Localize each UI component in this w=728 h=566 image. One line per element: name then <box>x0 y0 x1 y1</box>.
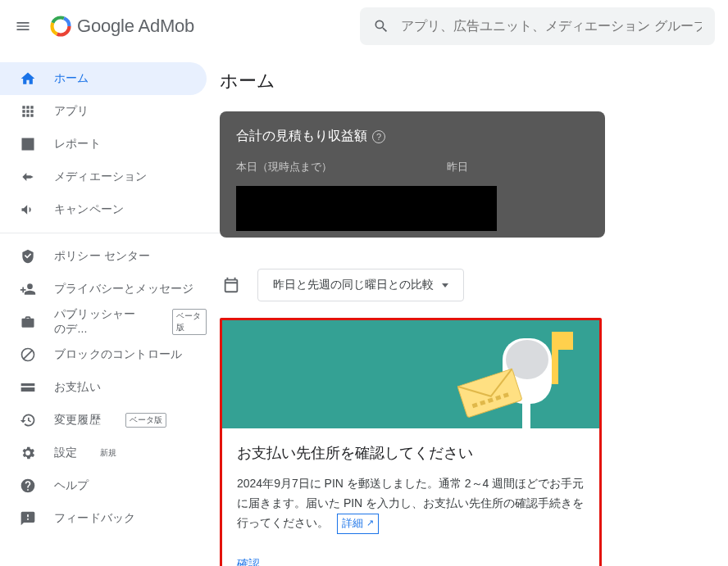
mediation-icon <box>20 169 36 185</box>
sidebar-item-label: プライバシーとメッセージ <box>54 282 193 297</box>
sidebar-item-gear[interactable]: 設定新規 <box>0 437 207 469</box>
chevron-down-icon <box>442 283 448 288</box>
bar-icon <box>20 136 36 152</box>
search-icon <box>373 18 389 34</box>
megaphone-icon <box>20 201 36 218</box>
briefcase-icon <box>20 314 36 330</box>
menu-icon[interactable] <box>13 16 33 36</box>
sidebar-item-label: 設定 <box>54 446 77 460</box>
sidebar-item-label: ポリシー センター <box>54 249 151 264</box>
sidebar-item-label: お支払い <box>54 380 101 395</box>
sidebar-item-label: 変更履歴 <box>54 413 101 428</box>
beta-badge: ベータ版 <box>172 309 207 335</box>
main-content: ホーム 合計の見積もり収益額 ? 本日（現時点まで） 昨日 昨日と先週の同じ曜日… <box>220 52 728 566</box>
sidebar-item-payments[interactable]: お支払い <box>0 371 207 404</box>
admob-logo-icon <box>49 15 72 38</box>
sidebar-item-shield[interactable]: ポリシー センター <box>0 240 207 273</box>
pin-card-text: 2024年9月7日に PIN を郵送しました。通常 2～4 週間ほどでお手元に届… <box>237 474 585 534</box>
sidebar-item-feedback[interactable]: フィードバック <box>0 502 207 535</box>
feedback-icon <box>20 510 36 527</box>
sidebar-item-label: フィードバック <box>54 511 135 526</box>
earnings-yesterday-label: 昨日 <box>447 160 468 174</box>
calendar-icon[interactable] <box>220 274 243 297</box>
sidebar-item-help[interactable]: ヘルプ <box>0 469 207 502</box>
help-icon[interactable]: ? <box>372 130 385 143</box>
sidebar-item-label: ホーム <box>54 71 89 86</box>
sidebar-item-label: レポート <box>54 137 101 152</box>
sidebar-item-label: キャンペーン <box>54 202 124 217</box>
sidebar-item-apps[interactable]: アプリ <box>0 95 207 128</box>
pin-card-title: お支払い先住所を確認してください <box>237 443 585 463</box>
apps-icon <box>20 103 36 120</box>
product-name: Google AdMob <box>77 16 194 37</box>
sidebar-item-block[interactable]: ブロックのコントロール <box>0 338 207 371</box>
sidebar-item-megaphone[interactable]: キャンペーン <box>0 193 207 226</box>
page-title: ホーム <box>220 69 728 93</box>
sidebar: ホームアプリレポートメディエーションキャンペーン ポリシー センタープライバシー… <box>0 52 220 566</box>
external-link-icon: ↗ <box>366 515 374 531</box>
gear-icon <box>20 445 36 461</box>
search-input[interactable] <box>401 19 702 34</box>
svg-rect-6 <box>522 396 530 428</box>
home-icon <box>20 70 36 87</box>
earnings-card: 合計の見積もり収益額 ? 本日（現時点まで） 昨日 <box>220 111 605 238</box>
svg-rect-8 <box>552 332 573 350</box>
payments-icon <box>20 379 36 396</box>
search-box[interactable] <box>360 7 715 45</box>
beta-badge: ベータ版 <box>125 413 166 428</box>
earnings-values-redacted <box>236 186 497 231</box>
pin-verification-card: お支払い先住所を確認してください 2024年9月7日に PIN を郵送しました。… <box>220 318 602 566</box>
earnings-today-label: 本日（現時点まで） <box>236 160 332 174</box>
pin-details-link[interactable]: 詳細↗ <box>337 514 379 534</box>
pin-hero-image <box>222 320 599 428</box>
sidebar-item-mediation[interactable]: メディエーション <box>0 161 207 193</box>
sidebar-item-home[interactable]: ホーム <box>0 62 207 95</box>
new-badge: 新規 <box>100 447 116 459</box>
compare-label: 昨日と先週の同じ曜日との比較 <box>273 278 434 292</box>
person-plus-icon <box>20 281 36 297</box>
block-icon <box>20 346 36 363</box>
sidebar-item-label: ヘルプ <box>54 478 89 493</box>
help-icon <box>20 478 36 494</box>
sidebar-item-bar[interactable]: レポート <box>0 128 207 161</box>
mailbox-icon <box>444 332 583 430</box>
sidebar-item-briefcase[interactable]: パブリッシャーのデ...ベータ版 <box>0 306 207 338</box>
compare-dropdown[interactable]: 昨日と先週の同じ曜日との比較 <box>257 269 464 301</box>
product-logo[interactable]: Google AdMob <box>43 15 194 38</box>
sidebar-item-person-plus[interactable]: プライバシーとメッセージ <box>0 273 207 306</box>
pin-confirm-button[interactable]: 確認 <box>237 557 585 566</box>
sidebar-item-label: ブロックのコントロール <box>54 347 182 362</box>
nav-separator <box>0 233 220 233</box>
sidebar-item-label: パブリッシャーのデ... <box>54 307 148 337</box>
shield-icon <box>20 248 36 265</box>
sidebar-item-label: メディエーション <box>54 170 148 184</box>
earnings-title: 合計の見積もり収益額 <box>236 128 367 145</box>
svg-rect-9 <box>457 369 522 418</box>
app-header: Google AdMob <box>0 0 728 52</box>
history-icon <box>20 412 36 428</box>
sidebar-item-label: アプリ <box>54 104 89 119</box>
sidebar-item-history[interactable]: 変更履歴ベータ版 <box>0 404 207 437</box>
